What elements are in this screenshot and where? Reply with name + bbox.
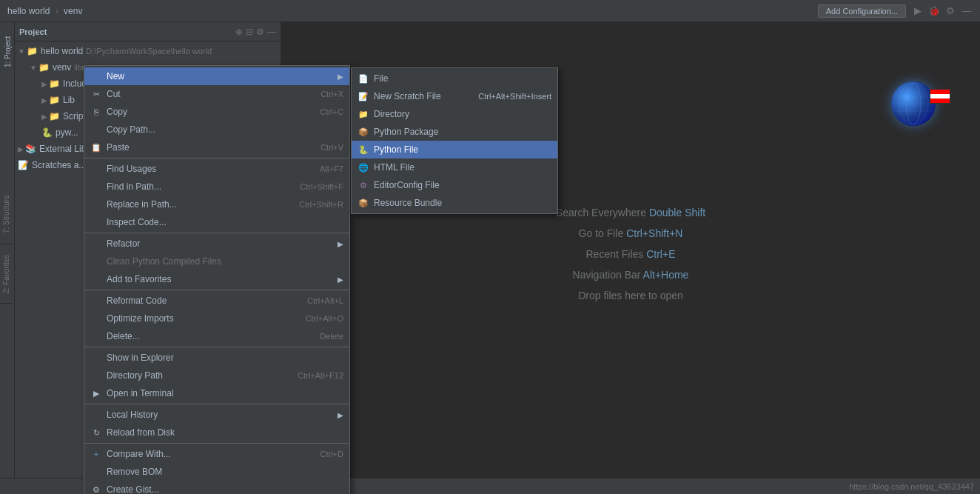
menu-item-find-path[interactable]: Find in Path... Ctrl+Shift+F	[84, 178, 349, 196]
menu-item-delete[interactable]: Delete... Delete	[84, 327, 349, 345]
menu-item-local-history[interactable]: Local History ▶	[84, 406, 349, 424]
favorites-submenu-arrow: ▶	[338, 276, 343, 284]
py-label: Python File	[374, 144, 418, 155]
find-path-shortcut: Ctrl+Shift+F	[300, 182, 343, 191]
add-configuration-button[interactable]: Add Configuration...	[818, 4, 906, 18]
optimize-shortcut: Ctrl+Alt+O	[306, 314, 343, 323]
close-icon[interactable]: —	[961, 5, 973, 17]
menu-item-reload[interactable]: ↻ Reload from Disk	[84, 424, 349, 441]
optimize-label: Optimize Imports	[107, 313, 174, 324]
resource-icon: 📦	[358, 197, 369, 209]
menu-item-copy-path[interactable]: Copy Path...	[84, 121, 349, 138]
venv-label: venv	[53, 62, 71, 73]
root-label: hello world	[41, 46, 83, 56]
menu-item-find-usages[interactable]: Find Usages Alt+F7	[84, 160, 349, 178]
menu-item-compare[interactable]: + Compare With... Ctrl+D	[84, 445, 349, 463]
replace-path-label: Replace in Path...	[107, 199, 177, 210]
menu-item-reformat[interactable]: Reformat Code Ctrl+Alt+L	[84, 292, 349, 310]
project-tab[interactable]: 1: Project	[0, 22, 15, 81]
copy-icon: ⎘	[90, 106, 102, 118]
scratch-shortcut: Ctrl+Alt+Shift+Insert	[478, 92, 551, 101]
scripts-folder-icon: 📁	[49, 111, 60, 121]
paste-icon: 📋	[90, 141, 102, 153]
cut-icon: ✂	[90, 88, 102, 100]
refactor-label: Refactor	[107, 238, 140, 249]
gear-icon[interactable]: ⚙	[256, 27, 264, 37]
run-icon[interactable]: ▶	[912, 5, 924, 17]
menu-item-replace-path[interactable]: Replace in Path... Ctrl+Shift+R	[84, 196, 349, 213]
collapse-icon[interactable]: ⊟	[246, 27, 253, 37]
globe-overlay	[891, 81, 936, 126]
submenu-resource-bundle[interactable]: 📦 Resource Bundle	[352, 194, 557, 212]
minimize-icon[interactable]: —	[267, 27, 276, 37]
new-icon	[90, 70, 102, 82]
menu-item-dir-path[interactable]: Directory Path Ctrl+Alt+F12	[84, 367, 349, 384]
paste-label: Paste	[107, 142, 130, 153]
debug-icon[interactable]: 🐞	[928, 5, 940, 17]
submenu-scratch[interactable]: 📝 New Scratch File Ctrl+Alt+Shift+Insert	[352, 87, 557, 105]
cut-label: Cut	[107, 89, 121, 99]
refactor-icon	[90, 238, 102, 250]
new-submenu-arrow: ▶	[338, 73, 343, 81]
status-url: https://blog.csdn.net/qq_43623447	[849, 482, 974, 491]
find-usages-shortcut: Alt+F7	[320, 164, 343, 173]
submenu-file[interactable]: 📄 File	[352, 70, 557, 87]
submenu-editorconfig[interactable]: ⚙ EditorConfig File	[352, 176, 557, 194]
menu-item-cut[interactable]: ✂ Cut Ctrl+X	[84, 85, 349, 103]
terminal-label: Open in Terminal	[107, 388, 174, 398]
tree-root[interactable]: ▼ 📁 hello world D:\PycharmWorkSpace\hell…	[15, 43, 281, 59]
menu-item-add-favorites[interactable]: Add to Favorites ▶	[84, 270, 349, 288]
delete-icon	[90, 330, 102, 342]
scratches-icon: 📝	[18, 160, 29, 170]
lib-folder-icon: 📁	[49, 95, 60, 105]
pkg-icon: 📦	[358, 126, 369, 138]
optimize-icon	[90, 313, 102, 324]
menu-item-paste[interactable]: 📋 Paste Ctrl+V	[84, 138, 349, 156]
find-path-icon	[90, 181, 102, 193]
scratch-icon: 📝	[358, 90, 369, 102]
find-usages-label: Find Usages	[107, 164, 156, 174]
menu-item-terminal[interactable]: ▶ Open in Terminal	[84, 384, 349, 402]
submenu-html-file[interactable]: 🌐 HTML File	[352, 158, 557, 176]
copy-shortcut: Ctrl+C	[320, 107, 343, 116]
editorconfig-icon: ⚙	[358, 179, 369, 191]
dir-icon: 📁	[358, 108, 369, 120]
menu-item-copy[interactable]: ⎘ Copy Ctrl+C	[84, 103, 349, 121]
globe-decoration	[891, 81, 950, 141]
menu-item-create-gist[interactable]: ⚙ Create Gist...	[84, 481, 349, 494]
settings-icon[interactable]: ⚙	[944, 5, 956, 17]
flag-icon	[930, 89, 950, 104]
lib-label: Lib	[63, 95, 75, 105]
sync-icon[interactable]: ⊕	[235, 27, 243, 37]
dir-path-shortcut: Ctrl+Alt+F12	[298, 371, 343, 380]
pyw-label: pyw...	[56, 127, 78, 138]
divider-6	[84, 443, 349, 444]
terminal-icon: ▶	[90, 387, 102, 399]
subdir-label: venv	[64, 6, 82, 16]
hint-goto-file: Go to File Ctrl+Shift+N	[579, 227, 683, 239]
divider-5	[84, 404, 349, 404]
show-explorer-icon	[90, 352, 102, 364]
submenu-directory[interactable]: 📁 Directory	[352, 105, 557, 123]
venv-folder-icon: 📁	[38, 62, 50, 73]
submenu-python-package[interactable]: 📦 Python Package	[352, 123, 557, 141]
reformat-label: Reformat Code	[107, 296, 167, 306]
menu-item-optimize[interactable]: Optimize Imports Ctrl+Alt+O	[84, 310, 349, 327]
menu-item-inspect-code[interactable]: Inspect Code...	[84, 213, 349, 231]
find-usages-icon	[90, 163, 102, 175]
scratches-label: Scratches a...	[32, 160, 86, 170]
local-history-label: Local History	[107, 410, 158, 420]
inspect-label: Inspect Code...	[107, 217, 167, 227]
menu-item-new[interactable]: New ▶ 📄 File 📝 New Scratch File Ctrl+Alt…	[84, 67, 349, 85]
menu-item-remove-bom[interactable]: Remove BOM	[84, 463, 349, 481]
favorites-tab[interactable]: 2: Favorites	[0, 244, 13, 304]
inspect-icon	[90, 216, 102, 228]
submenu-python-file[interactable]: 🐍 Python File	[352, 141, 557, 158]
hint-recent-files: Recent Files Ctrl+E	[586, 248, 676, 260]
menu-item-refactor[interactable]: Refactor ▶	[84, 235, 349, 253]
structure-tab[interactable]: 7: Structure	[0, 185, 13, 244]
local-history-icon	[90, 409, 102, 421]
main-container: 1: Project Project ⊕ ⊟ ⚙ — ▼ 📁 hello wor…	[0, 22, 980, 494]
menu-item-show-explorer[interactable]: Show in Explorer	[84, 349, 349, 367]
favorites-icon	[90, 273, 102, 285]
